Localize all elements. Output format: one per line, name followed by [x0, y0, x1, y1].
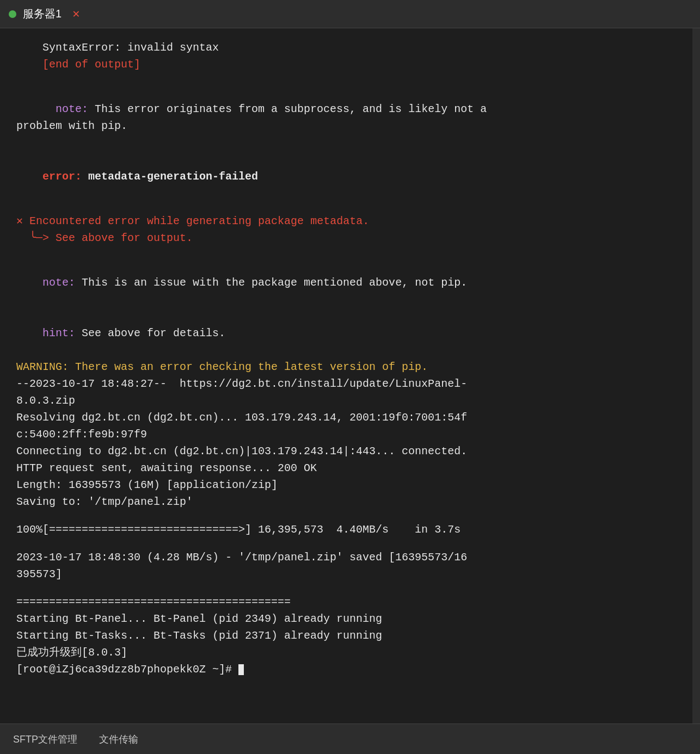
server-title: 服务器1 [23, 7, 62, 21]
terminal-separator-line: ========================================… [16, 594, 684, 610]
cursor [238, 664, 244, 675]
title-bar: 服务器1 ✕ [0, 0, 700, 28]
terminal-line: SyntaxError: invalid syntax [16, 39, 684, 56]
terminal-progress-line: 100%[=============================>] 16,… [16, 521, 684, 538]
terminal-note2-line: note: This is an issue with the package … [16, 257, 684, 308]
bottom-bar: SFTP文件管理 文件传输 [0, 724, 700, 754]
terminal-saving-line: Saving to: '/tmp/panel.zip' [16, 493, 684, 510]
terminal-wget-line: --2023-10-17 18:48:27-- https://dg2.bt.c… [16, 375, 684, 409]
terminal-length-line: Length: 16395573 (16M) [application/zip] [16, 477, 684, 493]
terminal-error-line: error: metadata-generation-failed [16, 151, 684, 202]
file-transfer-button[interactable]: 文件传输 [99, 733, 138, 746]
terminal-connecting-line: Connecting to dg2.bt.cn (dg2.bt.cn)|103.… [16, 443, 684, 460]
terminal-body: SyntaxError: invalid syntax [end of outp… [0, 28, 700, 724]
terminal-hint-line: hint: See above for details. [16, 308, 684, 359]
terminal-resolving-line: Resolving dg2.bt.cn (dg2.bt.cn)... 103.1… [16, 409, 684, 443]
terminal-warning-line: WARNING: There was an error checking the… [16, 359, 684, 375]
sftp-button[interactable]: SFTP文件管理 [13, 733, 77, 746]
terminal-btpanel-line: Starting Bt-Panel... Bt-Panel (pid 2349)… [16, 610, 684, 627]
terminal-prompt-line[interactable]: [root@iZj6ca39dzz8b7phopekk0Z ~]# [16, 661, 684, 678]
terminal-encountered-line: ✕ Encountered error while generating pac… [16, 213, 684, 230]
status-dot [9, 10, 16, 18]
terminal-see-above-line: ╰─> See above for output. [16, 230, 684, 246]
terminal-note-line: note: This error originates from a subpr… [16, 84, 684, 151]
scrollbar[interactable] [692, 28, 700, 724]
close-button[interactable]: ✕ [72, 7, 79, 21]
terminal-line: [end of output] [16, 56, 684, 73]
terminal-bttasks-line: Starting Bt-Tasks... Bt-Tasks (pid 2371)… [16, 627, 684, 644]
terminal-saved-line: 2023-10-17 18:48:30 (4.28 MB/s) - '/tmp/… [16, 549, 684, 583]
terminal-http-line: HTTP request sent, awaiting response... … [16, 460, 684, 477]
terminal-upgraded-line: 已成功升级到[8.0.3] [16, 644, 684, 661]
